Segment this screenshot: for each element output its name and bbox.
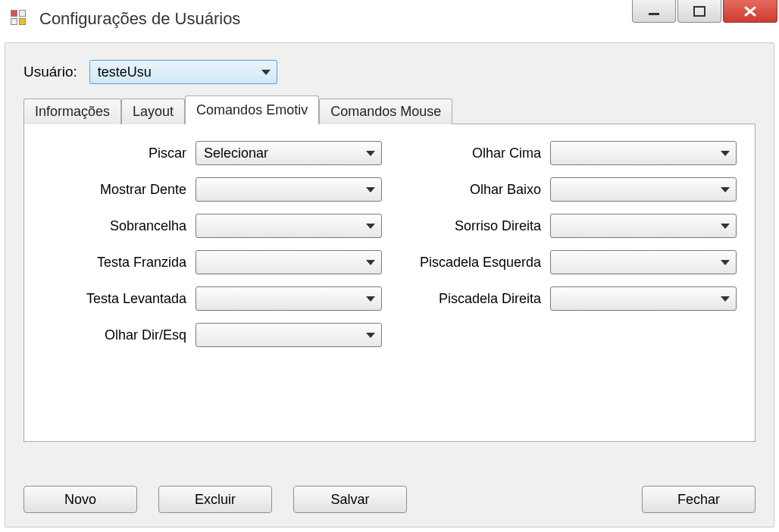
chevron-down-icon — [366, 224, 375, 229]
select-mostrar-dente[interactable] — [196, 177, 382, 202]
minimize-icon — [646, 5, 662, 18]
select-piscadela-direita[interactable] — [550, 286, 737, 311]
field-sorriso-direita: Sorriso Direita — [397, 214, 737, 238]
field-sobrancelha: Sobrancelha — [42, 214, 382, 238]
field-piscadela-direita: Piscadela Direita — [397, 286, 737, 311]
tab-label: Comandos Mouse — [330, 104, 441, 119]
chevron-down-icon — [721, 260, 730, 265]
buttons-row: Novo Excluir Salvar Fechar — [23, 486, 756, 513]
maximize-button[interactable] — [677, 0, 721, 23]
field-label: Piscar — [149, 146, 186, 161]
tab-label: Comandos Emotiv — [196, 102, 308, 117]
button-label: Salvar — [330, 492, 369, 508]
select-piscar[interactable]: Selecionar — [196, 141, 382, 165]
field-olhar-baixo: Olhar Baixo — [397, 177, 737, 202]
select-olhar-baixo[interactable] — [550, 177, 737, 202]
tab-strip: Informações Layout Comandos Emotiv Coman… — [23, 95, 756, 124]
field-label: Testa Franzida — [97, 255, 186, 271]
save-button[interactable]: Salvar — [293, 486, 407, 513]
tabs: Informações Layout Comandos Emotiv Coman… — [23, 95, 756, 442]
field-mostrar-dente: Mostrar Dente — [42, 177, 382, 202]
chevron-down-icon — [366, 260, 375, 265]
field-label: Olhar Dir/Esq — [105, 327, 186, 343]
client-area: Usuário: testeUsu Informações Layout Com… — [5, 42, 774, 527]
close-icon — [742, 5, 759, 18]
tab-comandos-mouse[interactable]: Comandos Mouse — [319, 99, 452, 124]
field-piscadela-esquerda: Piscadela Esquerda — [397, 250, 737, 274]
field-label: Testa Levantada — [86, 291, 186, 307]
titlebar: Configurações de Usuários — [0, 0, 779, 38]
select-sorriso-direita[interactable] — [550, 214, 737, 238]
chevron-down-icon — [366, 187, 375, 192]
tab-label: Layout — [133, 104, 174, 119]
left-column: Piscar Selecionar Mostrar Dente — [42, 141, 382, 347]
close-dialog-button[interactable]: Fechar — [642, 486, 756, 513]
tab-label: Informações — [35, 104, 110, 119]
field-olhar-cima: Olhar Cima — [397, 141, 737, 165]
button-label: Excluir — [195, 492, 236, 508]
user-select[interactable]: testeUsu — [89, 60, 277, 84]
spacer — [428, 486, 621, 513]
select-olhar-cima[interactable] — [550, 141, 737, 165]
user-select-value: testeUsu — [98, 64, 152, 80]
field-label: Olhar Baixo — [470, 182, 541, 198]
user-label: Usuário: — [23, 64, 77, 80]
window: Configurações de Usuários Usuário: teste… — [0, 0, 779, 532]
field-testa-levantada: Testa Levantada — [42, 286, 382, 311]
user-row: Usuário: testeUsu — [23, 60, 756, 84]
button-label: Novo — [64, 492, 96, 508]
field-label: Sorriso Direita — [455, 218, 541, 234]
chevron-down-icon — [721, 187, 730, 192]
select-piscadela-esquerda[interactable] — [550, 250, 737, 274]
select-olhar-dir-esq[interactable] — [196, 323, 382, 347]
chevron-down-icon — [366, 151, 375, 156]
tab-comandos-emotiv[interactable]: Comandos Emotiv — [185, 95, 319, 124]
button-label: Fechar — [677, 492, 720, 508]
chevron-down-icon — [366, 333, 375, 338]
field-piscar: Piscar Selecionar — [42, 141, 382, 165]
maximize-icon — [691, 5, 708, 18]
chevron-down-icon — [721, 296, 730, 302]
window-title: Configurações de Usuários — [39, 9, 240, 29]
app-icon — [11, 10, 29, 28]
svg-rect-1 — [694, 7, 705, 16]
field-testa-franzida: Testa Franzida — [42, 250, 382, 274]
chevron-down-icon — [366, 296, 375, 302]
delete-button[interactable]: Excluir — [158, 486, 272, 513]
tab-informacoes[interactable]: Informações — [23, 99, 121, 124]
window-buttons — [632, 0, 779, 26]
chevron-down-icon — [261, 70, 271, 75]
field-label: Piscadela Direita — [439, 291, 541, 307]
select-value: Selecionar — [204, 146, 268, 161]
select-testa-franzida[interactable] — [196, 250, 382, 274]
field-olhar-dir-esq: Olhar Dir/Esq — [42, 323, 382, 347]
close-button[interactable] — [723, 0, 777, 23]
field-label: Sobrancelha — [110, 218, 186, 234]
field-label: Olhar Cima — [472, 146, 541, 161]
fields-grid: Piscar Selecionar Mostrar Dente — [42, 141, 737, 347]
select-testa-levantada[interactable] — [196, 286, 382, 311]
field-label: Piscadela Esquerda — [420, 255, 541, 271]
select-sobrancelha[interactable] — [196, 214, 382, 238]
svg-rect-0 — [649, 13, 659, 15]
minimize-button[interactable] — [632, 0, 676, 23]
tab-panel-comandos-emotiv: Piscar Selecionar Mostrar Dente — [23, 124, 756, 442]
right-column: Olhar Cima Olhar Baixo — [397, 141, 737, 347]
tab-layout[interactable]: Layout — [121, 99, 185, 124]
new-button[interactable]: Novo — [23, 486, 137, 513]
chevron-down-icon — [721, 224, 730, 229]
chevron-down-icon — [721, 151, 730, 156]
field-label: Mostrar Dente — [100, 182, 186, 198]
